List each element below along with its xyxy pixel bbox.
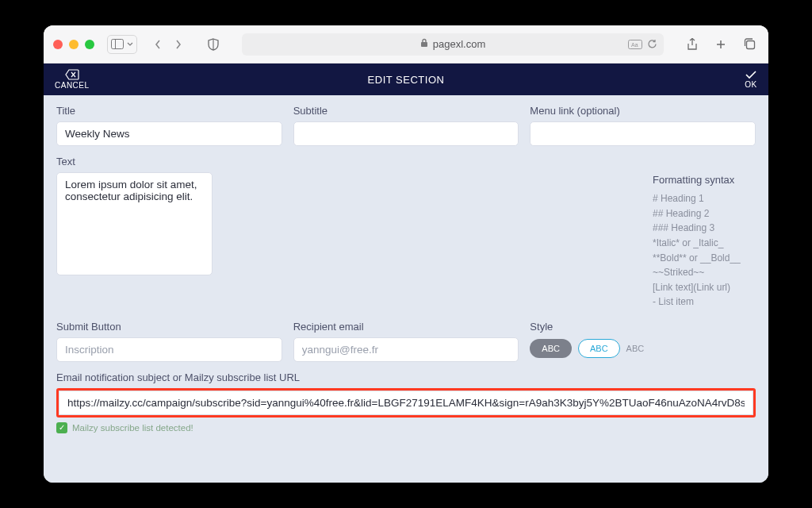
sidebar-icon	[111, 39, 124, 49]
title-input[interactable]	[56, 121, 282, 146]
browser-chrome: pagexl.com Aa	[44, 25, 768, 64]
back-button[interactable]	[148, 36, 167, 53]
notification-highlight	[56, 388, 756, 418]
plus-icon	[715, 39, 726, 50]
notification-label: Email notification subject or Mailzy sub…	[56, 371, 756, 383]
title-label: Title	[56, 105, 282, 117]
svg-text:Aa: Aa	[631, 41, 638, 47]
menulink-label: Menu link (optional)	[530, 105, 756, 117]
forward-button[interactable]	[169, 36, 188, 53]
style-label: Style	[530, 321, 756, 333]
text-textarea[interactable]	[56, 172, 213, 275]
svg-rect-0	[112, 40, 124, 49]
submit-button-input[interactable]	[56, 337, 282, 362]
reload-icon[interactable]	[647, 39, 657, 49]
ok-button[interactable]: OK	[745, 64, 757, 95]
subtitle-label: Subtitle	[293, 105, 519, 117]
form-body: Title Subtitle Menu link (optional) Text…	[44, 95, 768, 483]
subtitle-input[interactable]	[293, 121, 519, 146]
new-tab-button[interactable]	[711, 36, 730, 53]
close-window-button[interactable]	[53, 40, 63, 49]
notification-input[interactable]	[59, 391, 753, 415]
shield-icon	[208, 38, 219, 51]
submit-button-label: Submit Button	[56, 321, 282, 333]
url-text: pagexl.com	[433, 38, 485, 50]
style-light-pill[interactable]: ABC	[578, 339, 620, 358]
tabs-overview-button[interactable]	[740, 36, 759, 53]
checkbox-checked-icon: ✓	[56, 422, 67, 433]
tabs-icon	[744, 38, 756, 50]
traffic-lights	[53, 40, 94, 49]
lock-icon	[420, 38, 428, 50]
recipient-email-input[interactable]	[293, 337, 519, 362]
sidebar-toggle-button[interactable]	[107, 35, 137, 54]
minimize-window-button[interactable]	[69, 40, 79, 49]
chevron-left-icon	[154, 39, 162, 50]
privacy-shield-button[interactable]	[204, 36, 223, 53]
style-plain-label: ABC	[626, 344, 645, 353]
browser-window: pagexl.com Aa CANCEL EDIT SECTION	[44, 25, 768, 483]
edit-section-bar: CANCEL EDIT SECTION OK	[44, 64, 768, 95]
chevron-down-icon	[127, 42, 133, 46]
mailzy-detected-text: Mailzy subscribe list detected!	[72, 423, 193, 433]
maximize-window-button[interactable]	[85, 40, 94, 49]
address-bar[interactable]: pagexl.com Aa	[242, 33, 664, 56]
share-button[interactable]	[683, 36, 702, 53]
backspace-icon	[65, 69, 79, 80]
style-dark-pill[interactable]: ABC	[530, 339, 572, 358]
cancel-button[interactable]: CANCEL	[55, 64, 90, 95]
recipient-email-label: Recipient email	[293, 321, 519, 333]
edit-section-title: EDIT SECTION	[368, 74, 445, 86]
formatting-syntax-help: Formatting syntax # Heading 1 ## Heading…	[653, 172, 756, 310]
menulink-input[interactable]	[530, 121, 756, 146]
chevron-right-icon	[174, 39, 182, 50]
svg-rect-5	[746, 41, 754, 49]
svg-rect-2	[421, 42, 427, 47]
mailzy-detected-row: ✓ Mailzy subscribe list detected!	[56, 422, 756, 433]
reader-icon[interactable]: Aa	[628, 40, 642, 49]
check-icon	[745, 70, 757, 79]
text-label: Text	[56, 156, 756, 167]
share-icon	[687, 38, 698, 51]
